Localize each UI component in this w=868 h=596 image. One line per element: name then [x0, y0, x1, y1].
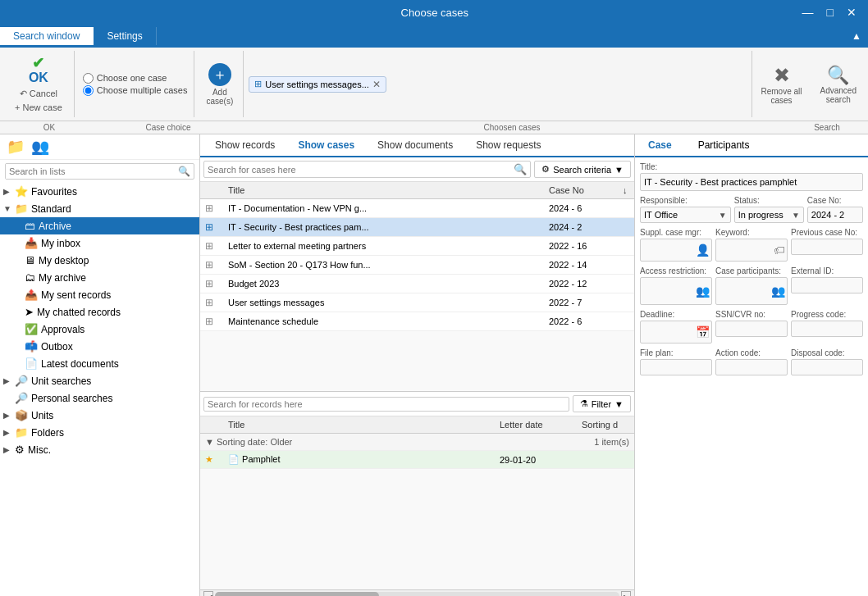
deadline-field[interactable]: 📅: [640, 321, 712, 343]
action-field[interactable]: [715, 359, 788, 375]
advanced-search-group[interactable]: 🔍 Advancedsearch: [812, 51, 865, 117]
tree-item-personal-searches[interactable]: 🔎 Personal searches: [0, 389, 199, 407]
close-button[interactable]: ✕: [842, 4, 861, 20]
tree-item-outbox[interactable]: 📫 Outbox: [0, 338, 199, 355]
tree-item-approvals[interactable]: ✅ Approvals: [0, 321, 199, 338]
keyword-field[interactable]: 🏷: [715, 239, 788, 262]
status-field[interactable]: In progress ▼: [734, 207, 804, 223]
progress-field[interactable]: [791, 321, 863, 337]
record-title[interactable]: 📄 Pamphlet: [223, 451, 495, 469]
rec-col-title[interactable]: Title: [223, 416, 495, 434]
progress-label: Progress code:: [791, 310, 863, 319]
cases-table-wrapper[interactable]: Title Case No ↓ ⊞ IT - Documentation - N…: [200, 182, 634, 392]
keyword-icon: 🏷: [774, 243, 785, 257]
table-row[interactable]: ⊞ IT - Security - Best practices pam... …: [200, 218, 634, 237]
tab-show-requests[interactable]: Show requests: [464, 134, 552, 157]
cancel-button[interactable]: ↶ Cancel: [15, 87, 62, 101]
table-row[interactable]: ⊞ Budget 2023 2022 - 12: [200, 275, 634, 293]
choose-one-option[interactable]: Choose one case: [83, 73, 188, 84]
sidebar-search-box[interactable]: 🔍: [5, 163, 194, 180]
table-row[interactable]: ⊞ Maintenance schedule 2022 - 6: [200, 312, 634, 331]
tree-item-my-archive[interactable]: 🗂 My archive: [0, 269, 199, 286]
maximize-button[interactable]: □: [822, 4, 838, 20]
tab-show-records[interactable]: Show records: [203, 134, 286, 157]
col-header-caseno[interactable]: Case No: [544, 182, 618, 199]
tree-item-my-sent-records[interactable]: 📤 My sent records: [0, 286, 199, 303]
tab-show-cases[interactable]: Show cases: [286, 134, 366, 157]
filter-button[interactable]: ⚗ Filter ▼: [573, 395, 631, 412]
tree-item-archive[interactable]: 🗃 Archive: [0, 217, 199, 234]
suppl-field[interactable]: 👤: [640, 239, 712, 262]
records-table-wrapper[interactable]: Title Letter date Sorting d ▼ Sorting da…: [200, 416, 634, 589]
new-case-button[interactable]: + New case: [10, 101, 67, 114]
tree-item-misc[interactable]: ▶ ⚙ Misc.: [0, 441, 199, 458]
tab-settings[interactable]: Settings: [94, 27, 156, 45]
sidebar-search-input[interactable]: [6, 164, 175, 179]
records-search-input-box[interactable]: [203, 397, 569, 412]
tree-item-folders[interactable]: ▶ 📁 Folders: [0, 424, 199, 441]
tab-participants[interactable]: Participants: [685, 134, 763, 157]
group-expand-icon[interactable]: ▼: [205, 437, 214, 447]
chosen-cases-chips: ⊞ User settings messages... ✕: [249, 52, 747, 116]
cases-search-input[interactable]: [208, 165, 514, 175]
row-title[interactable]: SoM - Section 20 - Q173 How fun...: [223, 256, 544, 275]
tab-show-documents[interactable]: Show documents: [366, 134, 464, 157]
tree-item-latest-documents[interactable]: 📄 Latest documents: [0, 355, 199, 372]
participants-field[interactable]: 👥: [715, 277, 788, 305]
row-title[interactable]: User settings messages: [223, 293, 544, 312]
tree-item-label: Folders: [31, 427, 64, 439]
tree-item-favourites[interactable]: ▶ ⭐ Favourites: [0, 183, 199, 200]
row-title[interactable]: Budget 2023: [223, 275, 544, 293]
tab-case[interactable]: Case: [635, 134, 685, 157]
col-header-title[interactable]: Title: [223, 182, 544, 199]
table-row[interactable]: ⊞ Letter to external meeting partners 20…: [200, 237, 634, 256]
remove-icon: ✖: [774, 64, 790, 87]
ssn-field[interactable]: [715, 321, 788, 337]
add-cases-group[interactable]: ＋ Addcase(s): [196, 51, 244, 117]
tab-collapse-button[interactable]: ▲: [845, 27, 868, 45]
tree-item-standard[interactable]: ▼ 📁 Standard: [0, 200, 199, 217]
disposal-field[interactable]: [791, 359, 863, 375]
search-criteria-button[interactable]: ⚙ Search criteria ▼: [534, 161, 631, 178]
bottom-scrollbar[interactable]: ◄ ►: [200, 589, 634, 596]
external-id-field[interactable]: [791, 277, 863, 293]
scroll-left-btn[interactable]: ◄: [203, 591, 213, 597]
title-field-input[interactable]: [640, 173, 863, 191]
tree-item-my-chatted-records[interactable]: ➤ My chatted records: [0, 303, 199, 321]
row-caseno: 2022 - 7: [544, 293, 618, 312]
table-row[interactable]: ⊞ IT - Documentation - New VPN g... 2024…: [200, 199, 634, 218]
sidebar-icon-folder[interactable]: 📁: [7, 138, 25, 156]
caseno-field[interactable]: [807, 207, 863, 223]
fileplan-field[interactable]: [640, 359, 712, 375]
row-title[interactable]: Maintenance schedule: [223, 312, 544, 331]
choose-multiple-option[interactable]: Choose multiple cases: [83, 85, 188, 96]
prev-caseno-field[interactable]: [791, 239, 863, 255]
sidebar-icon-users[interactable]: 👥: [31, 138, 49, 156]
scroll-right-btn[interactable]: ►: [621, 591, 631, 597]
rec-col-sorting[interactable]: Sorting d: [577, 416, 634, 434]
tree-item-my-inbox[interactable]: 📥 My inbox: [0, 234, 199, 252]
row-title[interactable]: IT - Documentation - New VPN g...: [223, 199, 544, 218]
records-search-input[interactable]: [208, 399, 565, 409]
table-row[interactable]: ⊞ User settings messages 2022 - 7: [200, 293, 634, 312]
remove-cases-group[interactable]: ✖ Remove allcases: [752, 51, 810, 117]
row-title[interactable]: IT - Security - Best practices pam...: [223, 218, 544, 237]
ok-label[interactable]: OK: [29, 71, 48, 85]
h-scroll-thumb[interactable]: [215, 592, 379, 597]
responsible-col: Responsible: IT Office ▼: [640, 196, 731, 223]
access-field[interactable]: 👥: [640, 277, 712, 305]
col-header-sort[interactable]: ↓: [618, 182, 634, 199]
minimize-button[interactable]: —: [797, 4, 819, 20]
cases-search-input-box[interactable]: 🔍: [203, 161, 531, 178]
tree-item-my-desktop[interactable]: 🖥 My desktop: [0, 252, 199, 269]
responsible-field[interactable]: IT Office ▼: [640, 207, 731, 223]
tab-search-window[interactable]: Search window: [0, 27, 94, 45]
tree-item-unit-searches[interactable]: ▶ 🔎 Unit searches: [0, 372, 199, 389]
list-item[interactable]: ★ 📄 Pamphlet 29-01-20: [200, 451, 634, 469]
tree-item-units[interactable]: ▶ 📦 Units: [0, 407, 199, 424]
chip-close-icon[interactable]: ✕: [372, 79, 381, 90]
row-title[interactable]: Letter to external meeting partners: [223, 237, 544, 256]
rec-col-letter-date[interactable]: Letter date: [495, 416, 577, 434]
table-row[interactable]: ⊞ SoM - Section 20 - Q173 How fun... 202…: [200, 256, 634, 275]
ok-button[interactable]: ✔: [32, 54, 44, 72]
